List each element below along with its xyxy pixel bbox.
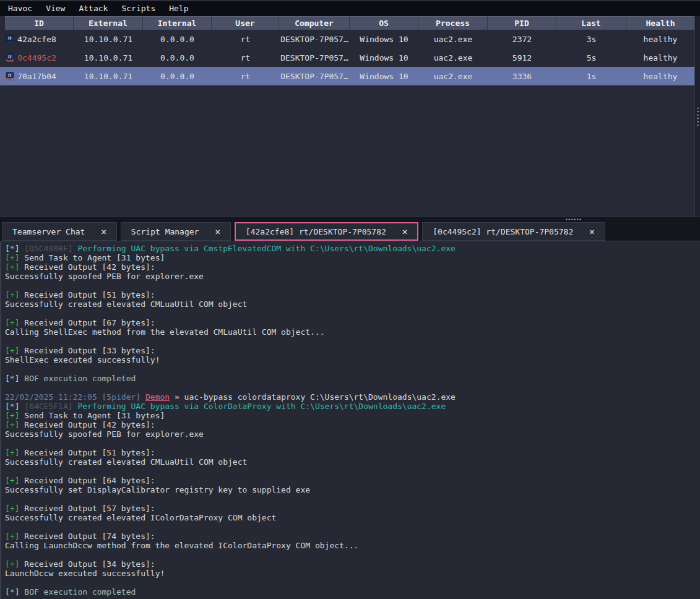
cell-id: 42a2cfe8 [0, 30, 74, 48]
tab-close-icon[interactable]: ✕ [101, 226, 106, 236]
column-header-os[interactable]: OS [350, 16, 418, 30]
column-header-id[interactable]: ID [5, 16, 74, 30]
cell-internal: 0.0.0.0 [143, 67, 212, 85]
console-line: Successfully spoofed PEB for explorer.ex… [5, 272, 700, 281]
computer-icon [5, 34, 15, 44]
console-line: [+] Received Output [64 bytes]: [5, 476, 700, 485]
tab-close-icon[interactable]: ✕ [589, 226, 594, 236]
cell-id: 70a17b04 [0, 67, 74, 85]
console-line: [+] Received Output [67 bytes]: [5, 318, 700, 327]
vertical-splitter-handle-icon[interactable] [696, 106, 699, 127]
cell-internal: 0.0.0.0 [143, 48, 212, 67]
console-line: Calling ShellExec method from the elevat… [5, 327, 700, 337]
console-line [5, 494, 700, 504]
console-line: [+] Received Output [51 bytes]: [5, 448, 700, 457]
cell-pid: 2372 [488, 30, 556, 48]
session-row[interactable]: 0c4495c210.10.0.710.0.0.0rtDESKTOP-7P057… [0, 48, 694, 67]
console-line [5, 364, 700, 374]
console-line: ShellExec executed successfully! [5, 355, 700, 364]
cell-external: 10.10.0.71 [74, 30, 143, 48]
cell-last: 5s [556, 48, 626, 67]
console-line: [+] Received Output [74 bytes]: [5, 532, 700, 541]
menu-item-attack[interactable]: Attack [72, 1, 115, 16]
cell-internal: 0.0.0.0 [143, 30, 212, 48]
console-line: [+] Received Output [42 bytes]: [5, 420, 700, 429]
table-header-row: IDExternalInternalUserComputerOSProcessP… [5, 16, 694, 30]
console-line [5, 383, 700, 392]
console-line: Successfully spoofed PEB for explorer.ex… [5, 429, 700, 439]
cell-user: rt [212, 48, 279, 67]
console-line: [+] Send Task to Agent [31 bytes] [5, 411, 700, 420]
cell-id: 0c4495c2 [0, 48, 74, 67]
cell-external: 10.10.0.71 [74, 48, 143, 67]
cell-health: healthy [626, 48, 694, 67]
cell-computer: DESKTOP-7P057… [279, 67, 350, 85]
console-line: [+] Received Output [33 bytes]: [5, 346, 700, 355]
column-header-computer[interactable]: Computer [279, 16, 350, 30]
cell-pid: 5912 [488, 48, 556, 67]
tab-label: [42a2cfe8] rt/DESKTOP-7P05782 [246, 227, 386, 236]
column-header-pid[interactable]: PID [488, 16, 556, 30]
column-header-process[interactable]: Process [418, 16, 488, 30]
horizontal-splitter-handle-icon[interactable] [565, 218, 582, 221]
cell-os: Windows 10 [350, 67, 418, 85]
console-line [5, 522, 700, 532]
cell-os: Windows 10 [350, 48, 418, 67]
column-header-user[interactable]: User [212, 16, 279, 30]
vertical-splitter[interactable] [694, 16, 700, 217]
tab-close-icon[interactable]: ✕ [215, 226, 220, 236]
demon-computer-icon [5, 71, 15, 81]
console-line: 22/02/2025 11:22:05 [5pider] Demon » uac… [5, 392, 700, 402]
cell-computer: DESKTOP-7P057… [279, 48, 350, 67]
column-header-internal[interactable]: Internal [143, 16, 212, 30]
console-line [5, 281, 700, 290]
cell-os: Windows 10 [350, 30, 418, 48]
menu-item-help[interactable]: Help [162, 1, 195, 16]
tab-label: [0c4495c2] rt/DESKTOP-7P05782 [433, 227, 573, 236]
column-header-external[interactable]: External [74, 16, 143, 30]
console-line [5, 337, 700, 346]
menu-item-scripts[interactable]: Scripts [115, 1, 162, 16]
console-line: [+] Received Output [34 bytes]: [5, 559, 700, 569]
console-line: LaunchDccw executed successfully! [5, 569, 700, 578]
console-line: [+] Received Output [57 bytes]: [5, 504, 700, 513]
cell-external: 10.10.0.71 [74, 67, 143, 85]
cell-process: uac2.exe [418, 48, 488, 67]
cell-health: healthy [626, 30, 694, 48]
column-header-health[interactable]: Health [626, 16, 694, 30]
console-line: [*] BOF execution completed [5, 374, 700, 383]
console-line: Successfully set DisplayCalibrator regis… [5, 485, 700, 494]
cell-pid: 3336 [488, 67, 556, 85]
sessions-table: IDExternalInternalUserComputerOSProcessP… [0, 16, 700, 217]
tab-teamserver-chat[interactable]: Teamserver Chat✕ [2, 222, 117, 241]
console-line [5, 439, 700, 448]
console-line: Calling LaunchDccw method from the eleva… [5, 541, 700, 550]
demon-computer-icon [5, 53, 15, 62]
console-line: Successfully created elevated CMLuaUtil … [5, 457, 700, 467]
tab-close-icon[interactable]: ✕ [402, 226, 407, 236]
cell-user: rt [212, 30, 279, 48]
cell-computer: DESKTOP-7P057… [279, 30, 350, 48]
menu-item-havoc[interactable]: Havoc [1, 1, 39, 16]
session-row[interactable]: 70a17b0410.10.0.710.0.0.0rtDESKTOP-7P057… [0, 67, 694, 85]
cell-health: healthy [626, 67, 694, 85]
menu-item-view[interactable]: View [39, 1, 72, 16]
console-line [5, 309, 700, 318]
table-body: 42a2cfe810.10.0.710.0.0.0rtDESKTOP-7P057… [0, 30, 700, 85]
cell-last: 1s [556, 67, 626, 85]
dock-splitter[interactable] [0, 217, 700, 221]
column-header-last[interactable]: Last [556, 16, 626, 30]
cell-user: rt [212, 67, 279, 85]
console-line: [+] Received Output [51 bytes]: [5, 290, 700, 300]
console-line [5, 578, 700, 587]
cell-last: 3s [556, 30, 626, 48]
console-line: [+] Send Task to Agent [31 bytes] [5, 253, 700, 262]
menu-bar: HavocViewAttackScriptsHelp [0, 1, 700, 16]
tab-bar: Teamserver Chat✕Script Manager✕[42a2cfe8… [0, 221, 700, 241]
tab-0c4495c2-rt-desktop-7p05782[interactable]: [0c4495c2] rt/DESKTOP-7P05782✕ [422, 222, 605, 241]
console-output[interactable]: [*] [D5C480BF] Performing UAC bypass via… [0, 241, 700, 599]
session-row[interactable]: 42a2cfe810.10.0.710.0.0.0rtDESKTOP-7P057… [0, 30, 694, 48]
console-line: [+] Received Output [42 bytes]: [5, 262, 700, 272]
tab-42a2cfe8-rt-desktop-7p05782[interactable]: [42a2cfe8] rt/DESKTOP-7P05782✕ [235, 222, 418, 241]
tab-script-manager[interactable]: Script Manager✕ [121, 222, 231, 241]
